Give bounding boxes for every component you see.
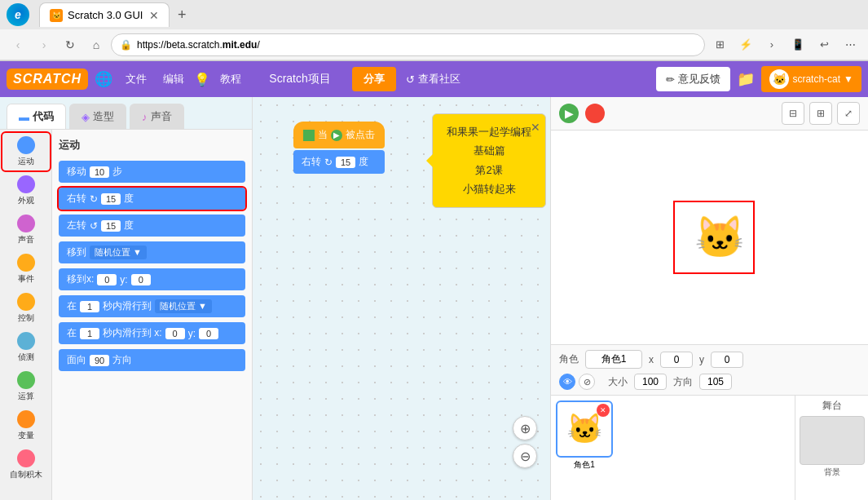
chevron-btn[interactable]: › [760, 33, 783, 56]
sprite-thumbnail[interactable]: 🐱 ✕ [556, 400, 613, 458]
info-line-4[interactable]: 小猫转起来 [444, 179, 534, 198]
new-tab-button[interactable]: + [173, 7, 192, 24]
block-goto[interactable]: 移到 随机位置 ▼ [59, 241, 245, 263]
edge-icon: e [7, 3, 29, 26]
y-coord-value[interactable]: 0 [711, 352, 743, 368]
x-coord-value[interactable]: 0 [660, 352, 693, 368]
category-variables[interactable]: 变量 [2, 407, 50, 445]
fullscreen-btn[interactable]: ⤢ [837, 102, 860, 125]
active-tab[interactable]: 🐱 Scratch 3.0 GUI ✕ [39, 2, 170, 27]
category-events[interactable]: 事件 [2, 250, 50, 288]
category-looks[interactable]: 外观 [2, 172, 50, 210]
tab-sound-label: 声音 [151, 109, 172, 124]
info-line-1[interactable]: 和果果一起学编程 [444, 122, 534, 141]
direction-value[interactable]: 105 [699, 374, 732, 390]
refresh-button[interactable]: ↻ [59, 33, 82, 56]
categories-sidebar: 运动 外观 声音 事件 [0, 130, 52, 500]
green-flag-small-icon [303, 130, 315, 141]
category-myblocks[interactable]: 自制积木 [2, 446, 50, 484]
block-glide-xy-time-input[interactable]: 1 [80, 328, 99, 339]
scratch-menu-bar: SCRATCH 🌐 文件 编辑 💡 教程 分享 ↺ 查看社区 ✏ 意见反馈 📁 … [0, 61, 868, 97]
tab-code[interactable]: ▬ 代码 [7, 104, 66, 129]
y-coord-label: y [699, 354, 704, 365]
block-point-label: 面向 [67, 353, 86, 367]
project-name-input[interactable] [251, 73, 349, 86]
share-button[interactable]: 分享 [352, 67, 396, 91]
green-flag-button[interactable]: ▶ [559, 104, 579, 123]
block-move-input[interactable]: 10 [90, 166, 109, 178]
looks-label: 外观 [18, 195, 34, 206]
block-glide-xy-label2: 秒内滑行到 x: [103, 326, 162, 340]
zoom-out-button[interactable]: ⊖ [513, 444, 537, 468]
folder-button[interactable]: 📁 [734, 67, 758, 91]
back-button[interactable]: ‹ [7, 33, 29, 56]
language-button[interactable]: 🌐 [91, 67, 116, 91]
code-event-block[interactable]: 当 ▶ 被点击 [293, 122, 385, 148]
menu-edit[interactable]: 编辑 [156, 67, 191, 91]
phone-btn[interactable]: 📱 [786, 33, 809, 56]
category-motion[interactable]: 运动 [2, 133, 50, 170]
block-goto-xy[interactable]: 移到x: 0 y: 0 [59, 268, 245, 290]
panel-tabs: ▬ 代码 ◈ 造型 ♪ 声音 [0, 97, 252, 130]
user-avatar: 🐱 [769, 69, 789, 89]
category-operators[interactable]: 运算 [2, 368, 50, 405]
menu-tutorial[interactable]: 教程 [214, 67, 248, 91]
stop-button[interactable] [585, 104, 605, 123]
sprite-name-box[interactable]: 角色1 [585, 350, 642, 369]
code-motion-block[interactable]: 右转 ↻ 15 度 [293, 150, 385, 174]
sprite-delete-badge[interactable]: ✕ [597, 404, 610, 417]
small-stage-btn[interactable]: ⊟ [782, 102, 804, 125]
feedback-button[interactable]: ✏ 意见反馈 [656, 67, 730, 91]
block-turn-left-input[interactable]: 15 [101, 220, 121, 232]
sound-dot [17, 215, 35, 232]
category-control[interactable]: 控制 [2, 290, 50, 327]
block-move[interactable]: 移动 10 步 [59, 161, 245, 183]
hide-icon[interactable]: ⊘ [579, 374, 595, 390]
menu-file[interactable]: 文件 [119, 67, 153, 91]
block-glide-xy-y-input[interactable]: 0 [199, 328, 218, 339]
code-motion-input[interactable]: 15 [336, 157, 355, 168]
info-line-3[interactable]: 第2课 [444, 161, 534, 179]
community-button[interactable]: ↺ 查看社区 [399, 67, 467, 91]
block-turn-right-input[interactable]: 15 [101, 193, 121, 205]
block-point-direction[interactable]: 面向 90 方向 [59, 349, 245, 371]
flash-btn[interactable]: ⚡ [734, 33, 757, 56]
block-glide-xy[interactable]: 在 1 秒内滑行到 x: 0 y: 0 [59, 322, 245, 344]
myblocks-dot [17, 449, 35, 467]
block-glide-time-input[interactable]: 1 [80, 301, 99, 312]
zoom-in-button[interactable]: ⊕ [513, 416, 537, 440]
block-glide-xy-x-input[interactable]: 0 [165, 328, 185, 339]
forward-button[interactable]: › [33, 33, 55, 56]
block-goto-y-input[interactable]: 0 [131, 274, 151, 285]
show-icon[interactable]: 👁 [559, 374, 575, 390]
sprite-info-label: 角色 [559, 352, 579, 366]
block-turn-right[interactable]: 右转 ↻ 15 度 [59, 188, 245, 210]
code-motion-label: 右转 [302, 155, 321, 169]
info-line-2[interactable]: 基础篇 [444, 141, 534, 160]
undo-btn[interactable]: ↩ [813, 33, 835, 56]
info-box-close-btn[interactable]: ✕ [531, 117, 540, 138]
large-stage-btn[interactable]: ⊞ [809, 102, 832, 125]
tab-title: Scratch 3.0 GUI [68, 9, 143, 21]
category-sound[interactable]: 声音 [2, 211, 50, 249]
block-glide-random[interactable]: 在 1 秒内滑行到 随机位置 ▼ [59, 295, 245, 317]
favorites-btn[interactable]: ⊞ [708, 33, 731, 56]
block-point-input[interactable]: 90 [90, 355, 109, 366]
code-area[interactable]: 当 ▶ 被点击 右转 ↻ 15 度 ✕ 和果果一起学编程 基础篇 第2课 小猫转… [253, 97, 550, 500]
block-goto-x-input[interactable]: 0 [97, 274, 117, 285]
address-bar[interactable]: 🔒 https://beta.scratch.mit.edu/ [111, 33, 705, 56]
tab-close-btn[interactable]: ✕ [149, 9, 159, 22]
block-glide-dropdown[interactable]: 随机位置 ▼ [155, 299, 212, 313]
address-suffix: / [257, 39, 259, 51]
tab-costume[interactable]: ◈ 造型 [69, 104, 126, 129]
event-clicked-label: 被点击 [346, 128, 375, 142]
size-value[interactable]: 100 [634, 374, 667, 390]
stage-mini-thumb[interactable] [800, 416, 865, 465]
block-turn-left[interactable]: 左转 ↺ 15 度 [59, 215, 245, 237]
category-sensing[interactable]: 侦测 [2, 329, 50, 366]
block-goto-dropdown[interactable]: 随机位置 ▼ [90, 246, 147, 259]
user-button[interactable]: 🐱 scratch-cat ▼ [761, 66, 861, 92]
menu-btn[interactable]: ⋯ [839, 33, 861, 56]
tab-sound[interactable]: ♪ 声音 [130, 104, 184, 129]
home-button[interactable]: ⌂ [85, 33, 108, 56]
